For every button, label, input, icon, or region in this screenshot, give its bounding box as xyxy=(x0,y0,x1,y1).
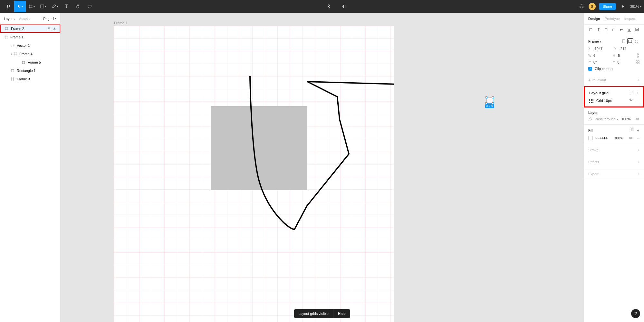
layer-visibility-icon[interactable] xyxy=(636,117,639,121)
toast-hide-button[interactable]: Hide xyxy=(333,309,350,318)
x-value[interactable]: -1047 xyxy=(593,47,602,51)
menu-button[interactable] xyxy=(3,1,14,12)
corner-value[interactable]: 0 xyxy=(618,60,620,64)
resize-handle-tl[interactable] xyxy=(485,96,487,98)
layer-frame-5[interactable]: Frame 5 xyxy=(0,58,60,66)
frame-1[interactable] xyxy=(114,26,394,322)
rotation-value[interactable]: 0° xyxy=(593,60,597,64)
chevron-down-icon[interactable]: ▾ xyxy=(11,53,12,55)
align-right[interactable] xyxy=(604,27,609,32)
fill-styles[interactable] xyxy=(630,128,634,133)
shape-tool[interactable]: ▾ xyxy=(37,1,49,12)
rectangle-1-shape[interactable] xyxy=(211,106,307,190)
y-label: Y xyxy=(614,47,617,51)
left-panel-tabs: Layers Assets Page 1 ▾ xyxy=(0,13,60,25)
lock-icon[interactable] xyxy=(47,27,51,30)
layout-grid-styles[interactable] xyxy=(630,90,633,96)
add-auto-layout[interactable]: + xyxy=(637,77,639,83)
align-bottom[interactable] xyxy=(627,27,632,32)
add-layout-grid[interactable]: + xyxy=(636,90,639,96)
prototype-tab[interactable]: Prototype xyxy=(605,17,620,21)
present-button[interactable] xyxy=(619,1,627,12)
headset-button[interactable] xyxy=(578,1,585,12)
x-label: X xyxy=(588,47,591,51)
comment-tool[interactable] xyxy=(84,1,95,12)
help-button[interactable]: ? xyxy=(631,309,640,318)
svg-rect-8 xyxy=(636,63,637,64)
layer-vector-1[interactable]: Vector 1 xyxy=(0,41,60,50)
fill-visibility-icon[interactable] xyxy=(629,136,632,140)
resize-handle-tr[interactable] xyxy=(492,96,494,98)
remove-grid[interactable]: − xyxy=(636,98,639,103)
grid-visibility-icon[interactable] xyxy=(629,98,633,103)
page-selector[interactable]: Page 1 ▾ xyxy=(43,17,56,21)
right-panel-tabs: Design Prototype Inspect xyxy=(584,13,644,25)
play-icon xyxy=(621,5,625,8)
frame-title[interactable]: Frame ▾ xyxy=(588,39,601,43)
layout-grid-item[interactable]: Grid 10px − xyxy=(589,98,639,103)
y-value[interactable]: -214 xyxy=(619,47,626,51)
layer-frame-3[interactable]: Frame 3 xyxy=(0,75,60,83)
clip-content-label: Clip content xyxy=(595,67,613,71)
w-value[interactable]: 6 xyxy=(593,54,595,57)
hand-tool[interactable] xyxy=(72,1,84,12)
svg-point-22 xyxy=(632,128,632,129)
align-distribute[interactable] xyxy=(634,27,639,32)
align-left[interactable] xyxy=(588,27,593,32)
landscape-mode[interactable] xyxy=(627,38,633,44)
add-fill[interactable]: + xyxy=(637,128,639,133)
rectangle-icon xyxy=(11,69,15,72)
design-panel: Design Prototype Inspect Frame ▾ X-1047 … xyxy=(583,13,644,322)
align-top[interactable] xyxy=(611,27,616,32)
align-hcenter[interactable] xyxy=(596,27,601,32)
visibility-icon[interactable] xyxy=(53,27,56,30)
layer-frame-2[interactable]: Frame 2 xyxy=(0,25,60,33)
resize-fit[interactable] xyxy=(634,38,639,44)
layers-tab[interactable]: Layers xyxy=(4,17,14,21)
share-button[interactable]: Share xyxy=(599,3,616,10)
figma-logo-icon xyxy=(6,4,11,9)
remove-fill[interactable]: − xyxy=(637,136,639,141)
clip-content-checkbox[interactable]: ✓ xyxy=(588,67,592,71)
layer-frame-1[interactable]: Frame 1 xyxy=(0,33,60,41)
canvas[interactable]: Frame 1 6 × 5 xyxy=(61,13,583,322)
fill-hex[interactable]: FFFFFF xyxy=(595,136,608,140)
frame-icon xyxy=(5,27,9,30)
layer-rectangle-1[interactable]: Rectangle 1 xyxy=(0,66,60,75)
rotation-icon xyxy=(588,61,591,64)
h-value[interactable]: 5 xyxy=(618,54,620,57)
mask-button[interactable] xyxy=(338,1,350,12)
fill-swatch[interactable] xyxy=(588,136,593,140)
constrain-proportions[interactable] xyxy=(636,53,639,58)
frame-1-label[interactable]: Frame 1 xyxy=(114,21,127,25)
layer-label: Frame 2 xyxy=(11,27,24,31)
frame-icon xyxy=(22,61,26,64)
independent-corners[interactable] xyxy=(636,60,639,64)
layer-label: Vector 1 xyxy=(17,44,30,47)
frame-2-selected[interactable]: 6 × 5 xyxy=(486,97,493,104)
fill-opacity[interactable]: 100% xyxy=(614,136,623,140)
assets-tab[interactable]: Assets xyxy=(19,17,30,21)
design-tab[interactable]: Design xyxy=(588,17,600,21)
text-tool[interactable]: T xyxy=(61,1,72,12)
layer-opacity[interactable]: 100% xyxy=(621,117,630,121)
layer-frame-4[interactable]: ▾ Frame 4 xyxy=(0,50,60,58)
zoom-control[interactable]: 381% ▾ xyxy=(630,5,641,8)
frame-tool[interactable]: ▾ xyxy=(26,1,37,12)
move-tool[interactable]: ▾ xyxy=(14,1,26,12)
w-label: W xyxy=(588,54,591,57)
add-export[interactable]: + xyxy=(637,171,639,176)
export-section: Export + xyxy=(584,168,644,180)
layout-grid-section: Layout grid + Grid 10px − xyxy=(584,86,644,107)
inspect-tab[interactable]: Inspect xyxy=(624,17,636,21)
pen-tool[interactable]: ▾ xyxy=(49,1,61,12)
align-vcenter[interactable] xyxy=(619,27,624,32)
auto-layout-section: Auto layout + xyxy=(584,74,644,86)
blend-mode[interactable]: Pass through ▾ xyxy=(595,117,618,121)
add-effect[interactable]: + xyxy=(637,159,639,165)
portrait-mode[interactable] xyxy=(621,38,627,44)
add-stroke[interactable]: + xyxy=(637,147,639,153)
user-avatar[interactable]: S xyxy=(589,3,596,10)
component-button[interactable] xyxy=(323,1,334,12)
page-name: Page 1 xyxy=(43,17,54,21)
